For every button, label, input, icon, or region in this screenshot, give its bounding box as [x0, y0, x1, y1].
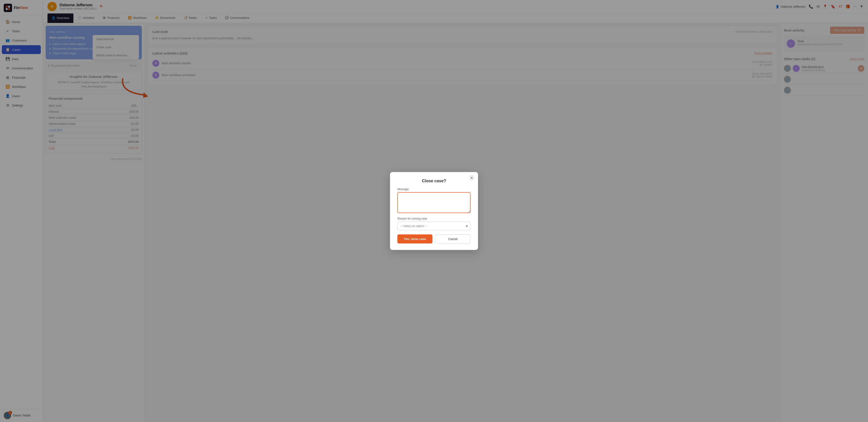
message-label: Message	[397, 188, 471, 191]
cancel-button[interactable]: Cancel	[435, 234, 471, 244]
select-wrapper: -- select an option -- ▼	[397, 222, 471, 230]
message-textarea[interactable]	[397, 192, 471, 213]
confirm-close-button[interactable]: Yes, close case	[397, 234, 432, 244]
reason-select[interactable]: -- select an option --	[397, 222, 471, 230]
close-case-modal: ✕ Close case? Message Reason for closing…	[390, 172, 478, 250]
modal-close-button[interactable]: ✕	[469, 175, 475, 181]
modal-overlay: ✕ Close case? Message Reason for closing…	[0, 0, 868, 422]
reason-label: Reason for closing case	[397, 217, 471, 220]
modal-title: Close case?	[397, 178, 471, 184]
modal-actions: Yes, close case Cancel	[397, 234, 471, 244]
reason-group: Reason for closing case -- select an opt…	[397, 217, 471, 230]
